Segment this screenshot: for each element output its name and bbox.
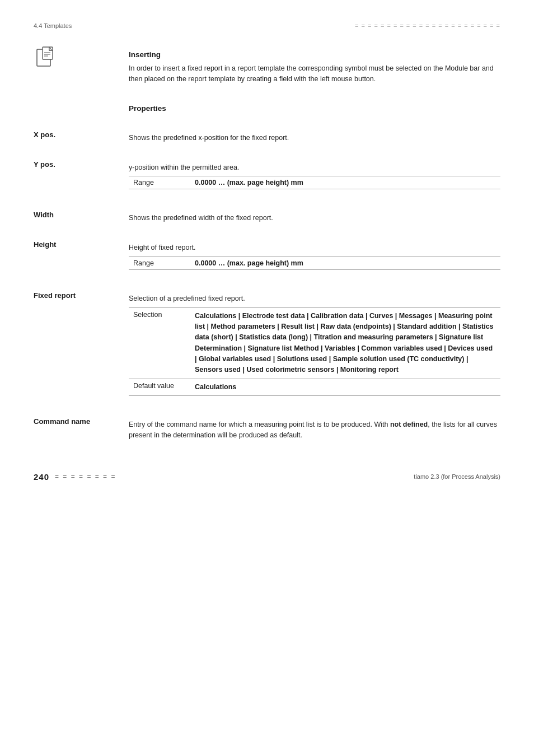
height-label-col: Height [34, 230, 123, 278]
height-range-table: Range 0.0000 … (max. page height) mm [129, 256, 500, 270]
height-range-label: Range [129, 256, 190, 269]
xpos-description: Shows the predefined x-position for the … [129, 133, 500, 143]
ypos-range-table: Range 0.0000 … (max. page height) mm [129, 176, 500, 189]
command-name-desc-start: Entry of the command name for which a me… [129, 421, 390, 428]
default-value: Calculations [190, 379, 500, 395]
default-label: Default value [129, 379, 190, 395]
properties-left [34, 94, 123, 117]
ypos-range-label: Range [129, 176, 190, 189]
fixed-report-table: Selection Calculations | Electrode test … [129, 307, 500, 396]
ypos-range-value: 0.0000 … (max. page height) mm [190, 176, 500, 189]
fixed-report-description: Selection of a predefined fixed report. [129, 293, 500, 304]
header: 4.4 Templates = = = = = = = = = = = = = … [34, 22, 500, 29]
inserting-description: In order to insert a fixed report in a r… [129, 63, 500, 85]
xpos-label: X pos. [34, 120, 123, 139]
width-label: Width [34, 200, 123, 219]
default-row: Default value Calculations [129, 379, 500, 395]
header-section: 4.4 Templates [34, 22, 72, 29]
width-description: Shows the predefined width of the fixed … [129, 213, 500, 223]
ypos-description: y-position within the permitted area. [129, 162, 500, 173]
width-right: Shows the predefined width of the fixed … [123, 200, 500, 227]
command-name-section: Command name Entry of the command name f… [34, 407, 500, 444]
inserting-left [34, 40, 123, 91]
height-right: Height of fixed report. Range 0.0000 … (… [123, 230, 500, 278]
fixed-report-label: Fixed report [34, 281, 123, 300]
command-name-description: Entry of the command name for which a me… [129, 419, 500, 441]
inserting-section: Inserting In order to insert a fixed rep… [34, 40, 500, 91]
height-description: Height of fixed report. [129, 242, 500, 253]
ypos-label-col: Y pos. [34, 150, 123, 198]
selection-value: Calculations | Electrode test data | Cal… [190, 307, 500, 379]
header-dots: = = = = = = = = = = = = = = = = = = = = … [355, 22, 500, 29]
fixed-report-section: Fixed report Selection of a predefined f… [34, 281, 500, 404]
inserting-right: Inserting In order to insert a fixed rep… [123, 40, 500, 91]
height-label: Height [34, 230, 123, 249]
height-range-value: 0.0000 … (max. page height) mm [190, 256, 500, 269]
xpos-section: X pos. Shows the predefined x-position f… [34, 120, 500, 147]
xpos-right: Shows the predefined x-position for the … [123, 120, 500, 147]
properties-section: Properties [34, 94, 500, 117]
properties-heading: Properties [129, 104, 500, 113]
page-number: 240 [34, 472, 49, 482]
command-name-right: Entry of the command name for which a me… [123, 407, 500, 444]
height-section: Height Height of fixed report. Range 0.0… [34, 230, 500, 278]
width-section: Width Shows the predefined width of the … [34, 200, 500, 227]
ypos-label: Y pos. [34, 150, 123, 169]
width-label-col: Width [34, 200, 123, 227]
xpos-label-col: X pos. [34, 120, 123, 147]
command-name-desc-bold: not defined [390, 421, 428, 428]
page: 4.4 Templates = = = = = = = = = = = = = … [0, 0, 534, 756]
fixed-report-right: Selection of a predefined fixed report. … [123, 281, 500, 404]
selection-row: Selection Calculations | Electrode test … [129, 307, 500, 379]
insert-icon [34, 45, 58, 69]
properties-right: Properties [123, 94, 500, 117]
footer-dots: = = = = = = = = [55, 473, 116, 480]
command-name-label: Command name [34, 407, 123, 426]
footer: 240 = = = = = = = = tiamo 2.3 (for Proce… [34, 466, 500, 482]
fixed-report-label-col: Fixed report [34, 281, 123, 404]
command-name-label-col: Command name [34, 407, 123, 444]
app-name: tiamo 2.3 (for Process Analysis) [414, 473, 500, 480]
selection-label: Selection [129, 307, 190, 379]
ypos-section: Y pos. y-position within the permitted a… [34, 150, 500, 198]
ypos-right: y-position within the permitted area. Ra… [123, 150, 500, 198]
inserting-heading: Inserting [129, 50, 500, 59]
